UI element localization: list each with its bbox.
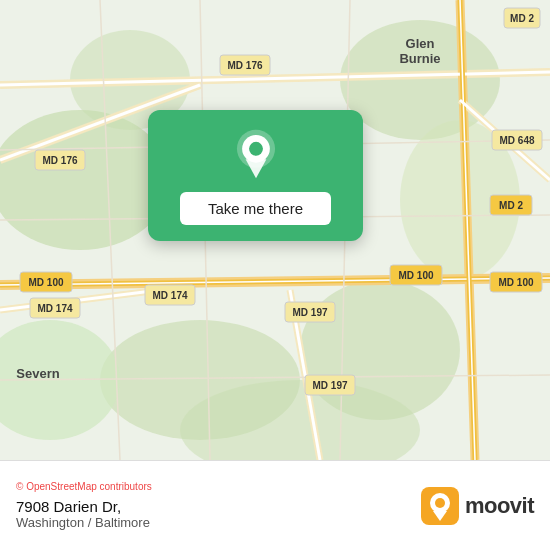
moovit-logo: moovit xyxy=(421,487,534,525)
svg-text:Burnie: Burnie xyxy=(399,51,440,66)
svg-text:MD 174: MD 174 xyxy=(37,303,72,314)
moovit-pin-icon xyxy=(421,487,459,525)
address-city: Washington / Baltimore xyxy=(16,515,152,530)
svg-text:MD 2: MD 2 xyxy=(499,200,523,211)
map-pin-icon xyxy=(230,128,282,180)
copyright-symbol: © xyxy=(16,481,23,492)
map-container: MD 2 MD 176 MD 176 MD 100 MD 100 MD 100 … xyxy=(0,0,550,460)
svg-text:MD 100: MD 100 xyxy=(498,277,533,288)
moovit-brand-name: moovit xyxy=(465,493,534,519)
svg-text:MD 100: MD 100 xyxy=(28,277,63,288)
take-me-button[interactable]: Take me there xyxy=(180,192,331,225)
osm-attribution: © OpenStreetMap contributors xyxy=(16,481,152,492)
svg-text:Severn: Severn xyxy=(16,366,59,381)
svg-point-64 xyxy=(435,498,445,508)
svg-point-60 xyxy=(249,142,263,156)
bottom-bar: © OpenStreetMap contributors 7908 Darien… xyxy=(0,460,550,550)
svg-text:MD 100: MD 100 xyxy=(398,270,433,281)
svg-text:MD 197: MD 197 xyxy=(312,380,347,391)
address-section: © OpenStreetMap contributors 7908 Darien… xyxy=(16,481,152,530)
svg-marker-61 xyxy=(245,159,266,178)
svg-text:MD 176: MD 176 xyxy=(42,155,77,166)
svg-text:MD 197: MD 197 xyxy=(292,307,327,318)
svg-text:Glen: Glen xyxy=(406,36,435,51)
address-line: 7908 Darien Dr, xyxy=(16,498,152,515)
svg-text:MD 2: MD 2 xyxy=(510,13,534,24)
location-card: Take me there xyxy=(148,110,363,241)
svg-text:MD 176: MD 176 xyxy=(227,60,262,71)
svg-text:MD 174: MD 174 xyxy=(152,290,187,301)
svg-text:MD 648: MD 648 xyxy=(499,135,534,146)
